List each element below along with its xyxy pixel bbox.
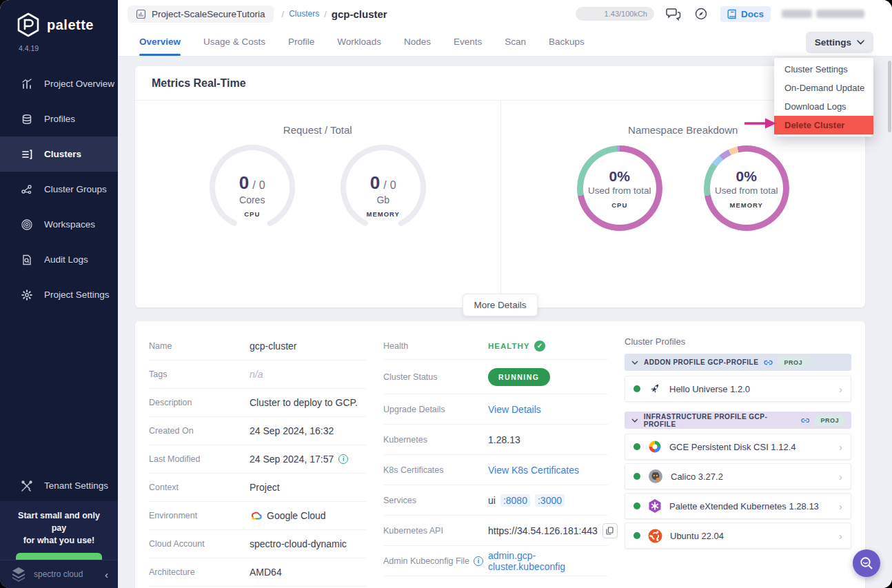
sidebar-item-workspaces[interactable]: Workspaces bbox=[0, 207, 118, 242]
breadcrumb-current: gcp-cluster bbox=[332, 8, 387, 20]
project-name: Project-ScaleSecureTutoria bbox=[152, 9, 265, 19]
chat-icon[interactable] bbox=[665, 6, 682, 22]
profile-layer-palette-k8s[interactable]: Palette eXtended Kubernetes 1.28.13 › bbox=[625, 493, 851, 519]
tab-workloads[interactable]: Workloads bbox=[337, 28, 381, 56]
sidebar-item-profiles[interactable]: Profiles bbox=[0, 101, 118, 136]
sidebar-item-clusters[interactable]: Clusters bbox=[0, 136, 118, 172]
service-port-link[interactable]: :3000 bbox=[535, 494, 565, 507]
chevron-down-icon bbox=[631, 361, 638, 365]
cluster-tabs: Overview Usage & Costs Profile Workloads… bbox=[118, 28, 892, 57]
brand-name: palette bbox=[47, 17, 94, 33]
gear-icon bbox=[20, 288, 34, 302]
tab-scan[interactable]: Scan bbox=[505, 28, 526, 56]
cpu-donut-chart: 0% Used from total CPU bbox=[577, 145, 662, 231]
palette-logo: palette bbox=[0, 0, 118, 37]
memory-gauge: 0 / 0 Gb MEMORY bbox=[338, 143, 428, 232]
proj-scope-badge: PROJ bbox=[815, 415, 844, 426]
profile-layer-gce-disk[interactable]: GCE Persistent Disk CSI 1.12.4 › bbox=[625, 434, 851, 460]
docs-button[interactable]: Docs bbox=[720, 6, 771, 22]
spectro-cloud-logo-icon bbox=[10, 566, 28, 582]
usage-badge[interactable]: 1.43/100kCh bbox=[576, 7, 654, 21]
sidebar-item-project-overview[interactable]: Project Overview bbox=[0, 66, 118, 101]
row-created-on: Created On 24 Sep 2024, 16:32 bbox=[149, 417, 367, 445]
sidebar-item-audit-logs[interactable]: Audit Logs bbox=[0, 242, 118, 277]
info-icon[interactable]: i bbox=[338, 454, 348, 464]
addon-profile-group-header[interactable]: ADDON PROFILE GCP-PROFILE PROJ bbox=[625, 354, 851, 371]
tab-events[interactable]: Events bbox=[454, 28, 482, 56]
sidebar-item-tenant-settings[interactable]: Tenant Settings bbox=[0, 468, 118, 503]
pxk-icon bbox=[648, 498, 662, 514]
menu-item-cluster-settings[interactable]: Cluster Settings bbox=[774, 60, 873, 79]
separator: / bbox=[252, 179, 255, 192]
gce-disk-icon bbox=[648, 440, 662, 454]
docs-label: Docs bbox=[741, 9, 764, 19]
ubuntu-icon bbox=[648, 529, 662, 543]
cpu-request-value: 0 bbox=[239, 172, 249, 194]
cpu-donut-label: CPU bbox=[611, 201, 627, 209]
view-details-link[interactable]: View Details bbox=[488, 404, 541, 415]
memory-donut-chart: 0% Used from total MEMORY bbox=[704, 145, 789, 231]
sidebar-item-label: Workspaces bbox=[44, 219, 95, 230]
view-k8s-certificates-link[interactable]: View K8s Certificates bbox=[488, 465, 579, 476]
cluster-list-icon bbox=[20, 148, 34, 161]
sidebar-item-cluster-groups[interactable]: Cluster Groups bbox=[0, 172, 118, 207]
breadcrumb-separator: / bbox=[324, 9, 327, 19]
spectro-cloud-brand: spectro cloud bbox=[34, 569, 99, 579]
infrastructure-profile-group-header[interactable]: INFRASTRUCTURE PROFILE GCP-PROFILE PROJ bbox=[625, 412, 851, 429]
row-admin-kubeconfig: Admin Kubeconfig File i admin.gcp-cluste… bbox=[383, 546, 608, 576]
user-name-redacted[interactable] bbox=[782, 10, 864, 18]
google-cloud-icon bbox=[250, 511, 262, 520]
search-fab-button[interactable] bbox=[853, 549, 880, 577]
request-total-section: Request / Total 0 / 0 bbox=[135, 101, 500, 307]
breadcrumb: / Clusters / gcp-cluster bbox=[282, 8, 387, 20]
concentric-circles-icon bbox=[20, 218, 34, 232]
tab-backups[interactable]: Backups bbox=[549, 28, 585, 56]
metrics-title: Metrics Real-Time bbox=[152, 77, 246, 90]
settings-button[interactable]: Settings bbox=[806, 32, 873, 53]
link-icon bbox=[764, 360, 773, 365]
service-port-link[interactable]: :8080 bbox=[500, 494, 530, 507]
menu-item-on-demand-update[interactable]: On-Demand Update bbox=[774, 79, 873, 97]
chevron-down-icon bbox=[631, 418, 638, 423]
memory-total-value: 0 bbox=[390, 179, 396, 192]
breadcrumb-clusters-link[interactable]: Clusters bbox=[289, 9, 319, 19]
sidebar-item-label: Profiles bbox=[44, 114, 75, 124]
palette-hexagon-icon bbox=[17, 12, 40, 37]
metrics-card: Metrics Real-Time Incl Request / Total 0 bbox=[135, 66, 865, 307]
more-details-button[interactable]: More Details bbox=[463, 294, 538, 316]
running-status-badge: RUNNING bbox=[488, 368, 550, 386]
sidebar-item-project-settings[interactable]: Project Settings bbox=[0, 277, 118, 312]
profile-layer-hello-universe[interactable]: Hello Universe 1.2.0 › bbox=[625, 376, 851, 402]
tab-usage-costs[interactable]: Usage & Costs bbox=[203, 28, 265, 56]
cluster-status-column: Health HEALTHY ✓ Cluster Status RUNNING … bbox=[383, 332, 608, 588]
menu-item-download-logs[interactable]: Download Logs bbox=[774, 97, 873, 116]
profile-layer-ubuntu[interactable]: Ubuntu 22.04 › bbox=[625, 523, 851, 549]
tab-overview[interactable]: Overview bbox=[139, 28, 181, 56]
sidebar-item-label: Project Overview bbox=[44, 79, 114, 89]
sidebar: palette 4.4.19 Project Overview Profiles bbox=[0, 0, 118, 588]
copy-icon[interactable] bbox=[602, 523, 618, 538]
menu-item-delete-cluster[interactable]: Delete Cluster bbox=[774, 116, 873, 134]
cluster-info-column: Name gcp-cluster Tags n/a Description Cl… bbox=[149, 332, 367, 588]
bar-chart-icon bbox=[20, 77, 34, 91]
cpu-gauge: 0 / 0 Cores CPU bbox=[207, 143, 297, 232]
status-dot bbox=[633, 532, 640, 539]
sidebar-menu: Project Overview Profiles Clusters Clust… bbox=[0, 66, 118, 312]
chevron-right-icon: › bbox=[839, 441, 842, 453]
scrollbar-thumb[interactable] bbox=[888, 61, 891, 132]
tab-nodes[interactable]: Nodes bbox=[404, 28, 431, 56]
project-selector[interactable]: Project-ScaleSecureTutoria bbox=[128, 6, 274, 23]
chevron-right-icon: › bbox=[839, 383, 842, 395]
link-icon bbox=[801, 418, 810, 423]
info-icon[interactable]: i bbox=[474, 556, 483, 566]
cluster-profiles-column: Cluster Profiles ADDON PROFILE GCP-PROFI… bbox=[625, 332, 851, 588]
collapse-sidebar-icon[interactable]: ‹ bbox=[105, 569, 108, 580]
sidebar-item-label: Tenant Settings bbox=[44, 480, 108, 491]
compass-icon[interactable] bbox=[693, 6, 709, 22]
profile-layer-calico[interactable]: Calico 3.27.2 › bbox=[625, 463, 851, 489]
kubeconfig-download-link[interactable]: admin.gcp-cluster.kubeconfig bbox=[488, 550, 608, 572]
tab-profile[interactable]: Profile bbox=[288, 28, 314, 56]
health-status: HEALTHY ✓ bbox=[488, 341, 545, 352]
magnifier-icon bbox=[859, 556, 874, 571]
breadcrumb-separator: / bbox=[282, 9, 285, 19]
